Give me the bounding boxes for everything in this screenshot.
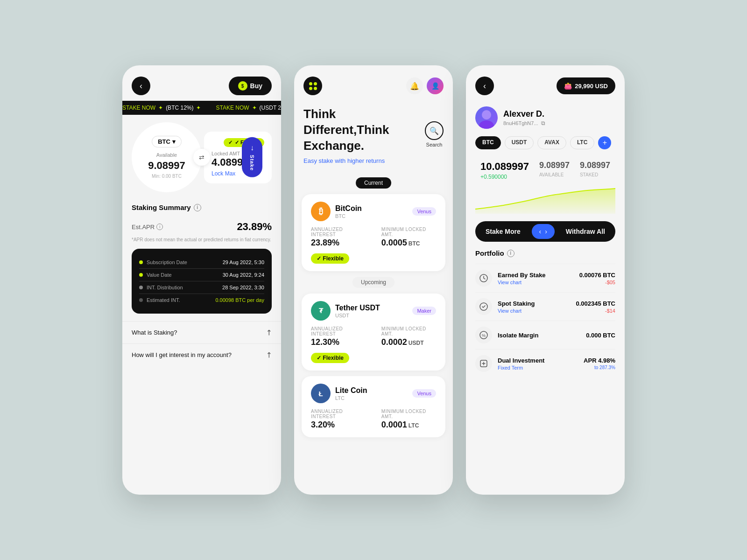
portfolio-info-icon[interactable]: i [507,250,514,257]
user-avatar[interactable]: 👤 [427,77,444,94]
usdt-card[interactable]: ₮ Tether USDT USDT Maker Annualized Inte… [302,294,445,371]
faq-item-1[interactable]: What is Staking? ↗ [122,321,281,343]
btc-flexible-badge: ✓ Flexible [311,253,349,264]
available-label: Available [156,152,177,158]
s2-header: 🔔 👤 [294,65,453,103]
stake-label: Stake [249,155,255,171]
balance-change: +0.590000 [480,174,529,180]
est-apr-value: 23.89% [237,221,272,233]
usdt-flexible-badge: ✓ Flexible [311,353,349,363]
ticker-bar: STAKE NOW ✦ (BTC 12%) ✦ STAKE NOW ✦ (USD… [122,101,281,115]
staking-summary-title: Staking Summary i [132,203,272,211]
nav-buttons: ‹ › [532,224,555,239]
s3-back-button[interactable]: ‹ [475,77,494,95]
usdt-name: Tether USDT [335,304,380,312]
btc-min-locked: Minimum locked AMT. 0.0005BTC [381,227,436,248]
s3-back-icon: ‹ [483,81,486,91]
svg-text:%: % [482,333,486,338]
available-value: 9.08997 [148,160,185,172]
wallet-label: 29,990 USD [575,83,608,90]
stake-more-button[interactable]: Stake More [478,224,528,239]
user-row: Alexver D. 8nuH6TghN7... ⧉ [466,103,625,136]
currency-tabs: BTC USDT AVAX LTC + [466,136,625,157]
btc-selector[interactable]: BTC ▾ [152,136,182,147]
est-apr-label: Est.APR i [132,224,163,231]
ltc-ann-interest: Annualized Interest 3.20% [311,409,366,430]
current-section-label: Current [294,177,453,189]
coin-icon: $ [238,81,247,91]
faq-item-2[interactable]: How will I get interest in my account? ↗ [122,343,281,366]
search-icon: 🔍 [425,121,444,140]
earned-stake-icon [475,270,492,287]
balance-chart [475,186,615,214]
btc-ticker: BTC [335,213,362,219]
dual-investment-icon [475,355,492,372]
back-button[interactable]: ‹ [132,77,150,95]
notification-button[interactable]: 🔔 [406,77,423,94]
staked-balance: 9.08997 [580,161,610,170]
next-button[interactable]: › [545,228,547,235]
ltc-name: Lite Coin [335,386,367,395]
bitcoin-card[interactable]: ₿ BitCoin BTC Venus Annualized Interest … [302,194,445,271]
usdt-ann-interest: Annualized Interest 12.30% [311,326,366,347]
portfolio-title: Portfolio i [475,249,615,257]
swap-icon[interactable]: ⇄ [193,149,210,166]
copy-address-button[interactable]: ⧉ [541,120,545,126]
available-balance: 9.08997 [539,161,570,170]
wallet-icon: 👛 [564,82,572,90]
ltc-card[interactable]: Ł Lite Coin LTC Venus Annualized Interes… [302,376,445,437]
svg-point-1 [479,120,494,129]
prev-button[interactable]: ‹ [539,228,542,235]
back-icon: ‹ [140,81,142,91]
ltc-ticker: LTC [335,395,367,401]
usdt-min-locked: Minimum locked AMT. 0.0002USDT [381,326,436,347]
tab-ltc[interactable]: LTC [570,136,594,149]
portfolio-dual: Dual Investment Fixed Term APR 4.98% to … [475,349,615,378]
search-label: Search [426,142,443,147]
add-currency-button[interactable]: + [598,136,611,149]
faq2-arrow: ↗ [263,350,274,360]
dark-info-box: Subscription Date 29 Aug 2022, 5:30 Valu… [132,249,272,314]
faq1-arrow: ↗ [263,327,274,338]
app-logo [303,77,322,95]
arrow-down-icon: ↓ [250,144,254,152]
buy-button[interactable]: $ Buy [229,77,272,95]
wallet-button[interactable]: 👛 29,990 USD [557,77,615,94]
btc-ann-interest: Annualized Interest 23.89% [311,227,366,248]
tab-btc[interactable]: BTC [475,136,501,149]
btc-name: BitCoin [335,204,362,213]
buy-label: Buy [250,82,262,90]
portfolio-isolate: % Isolate Margin 0.000 BTC [475,321,615,349]
isolate-margin-icon: % [475,327,492,343]
venus-badge: Venus [412,207,436,216]
ltc-venus-badge: Venus [412,389,436,398]
chevron-icon: ▾ [172,138,176,145]
user-name: Alexver D. [503,109,545,119]
svg-point-0 [482,110,491,119]
main-balance: 10.089997 [480,161,529,173]
stake-button[interactable]: ↓ Stake [242,137,262,177]
action-row: Stake More ‹ › Withdraw All [475,221,615,242]
withdraw-button[interactable]: Withdraw All [558,224,613,239]
apr-note: *APR does not mean the actual or predict… [132,237,272,243]
btc-balance-box: BTC ▾ Available 9.08997 Min: 0.00 BTC [132,122,202,192]
portfolio-earned: Earned By Stake View chart 0.00076 BTC -… [475,264,615,292]
ltc-icon: Ł [311,384,331,403]
current-pill: Current [356,177,391,189]
usdt-ticker: USDT [335,313,380,318]
s3-avatar [475,106,498,129]
hero-title: Think Different,Think Exchange. [303,106,416,154]
upcoming-section-label: Upcoming [294,277,453,288]
info-icon[interactable]: i [194,204,201,211]
apr-info-icon[interactable]: i [156,224,163,230]
s3-header: ‹ 👛 29,990 USD [466,65,625,103]
portfolio-spot: Spot Staking View chart 0.002345 BTC -$1… [475,292,615,321]
tab-usdt[interactable]: USDT [505,136,534,149]
maker-badge: Maker [412,307,436,315]
hero-subtitle: Easy stake with higher returns [303,157,416,164]
btc-tag-label: BTC [158,138,170,145]
faq2-text: How will I get interest in my account? [132,351,232,358]
tab-avax[interactable]: AVAX [537,136,566,149]
ltc-min-locked: Minimum locked AMT. 0.0001LTC [381,409,436,430]
search-button[interactable]: 🔍 Search [425,121,444,147]
